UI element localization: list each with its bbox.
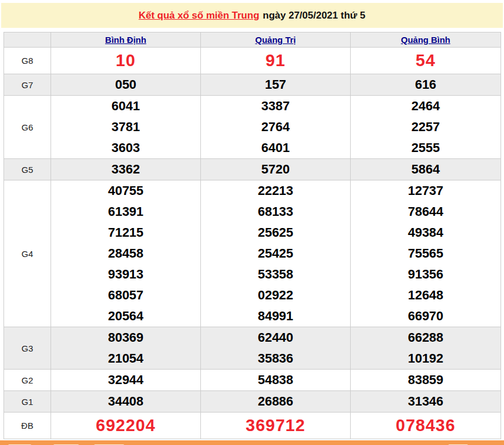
prize-label: ĐB [4, 413, 51, 439]
prize-cell: 32944 [51, 370, 201, 391]
prize-number: 66288 [351, 327, 501, 348]
prize-cell: 338727646401 [201, 96, 351, 159]
prize-number: 49384 [351, 222, 501, 243]
prize-number: 25625 [201, 222, 350, 243]
table-row: G440755613917121528458939136805720564222… [4, 180, 501, 327]
prize-number: 12648 [351, 285, 501, 306]
prize-number: 28458 [51, 243, 200, 264]
prize-number: 71215 [51, 222, 200, 243]
prize-label: G5 [4, 159, 51, 180]
prize-number: 2555 [351, 138, 501, 158]
prize-number: 12737 [351, 180, 501, 201]
prize-cell: 3362 [51, 159, 201, 180]
prize-cell: 26886 [201, 391, 351, 413]
title-link[interactable]: Kết quả xổ số miền Trung [139, 10, 260, 21]
prize-number: 5720 [201, 159, 350, 180]
prize-cell: 54 [351, 48, 501, 74]
province-link-binh-dinh[interactable]: Bình Định [105, 35, 146, 45]
prize-number: 3603 [51, 138, 200, 158]
prize-cell: 91 [201, 48, 351, 74]
prize-number: 692204 [51, 413, 200, 439]
prize-number: 83859 [351, 370, 501, 390]
title-date: ngày 27/05/2021 thứ 5 [263, 10, 366, 21]
prize-number: 050 [51, 74, 200, 95]
province-link-quang-tri[interactable]: Quảng Trị [255, 35, 296, 45]
prize-label: G2 [4, 370, 51, 391]
prize-label: G6 [4, 96, 51, 159]
table-row: G2329445483883859 [4, 370, 501, 391]
prize-label: G8 [4, 48, 51, 74]
prize-number: 6401 [201, 138, 350, 158]
prize-number: 91356 [351, 264, 501, 285]
prize-cell: 692204 [51, 413, 201, 439]
prize-number: 25425 [201, 243, 350, 264]
prize-cell: 5864 [351, 159, 501, 180]
prize-label: G4 [4, 180, 51, 327]
prize-label: G3 [4, 327, 51, 370]
prize-number: 3387 [201, 96, 350, 117]
prize-cell: 31346 [351, 391, 501, 413]
prize-number: 6041 [51, 96, 200, 117]
prize-number: 2764 [201, 117, 350, 138]
prize-number: 157 [201, 74, 350, 95]
prize-number: 616 [351, 74, 501, 95]
prize-number: 66970 [351, 306, 501, 327]
prize-number: 84991 [201, 306, 350, 327]
page: Kết quả xổ số miền Trung ngày 27/05/2021… [0, 3, 504, 445]
prize-cell: 6628810192 [351, 327, 501, 370]
footer-bar [0, 440, 504, 445]
table-row: G1344082688631346 [4, 391, 501, 413]
prize-cell: 12737786444938475565913561264866970 [351, 180, 501, 327]
corner-cell [4, 32, 51, 48]
table-header-row: Bình Định Quảng Trị Quảng Bình [4, 32, 501, 48]
prize-label: G7 [4, 74, 51, 96]
prize-number: 35836 [201, 348, 350, 369]
prize-cell: 40755613917121528458939136805720564 [51, 180, 201, 327]
prize-cell: 54838 [201, 370, 351, 391]
prize-number: 40755 [51, 180, 200, 201]
prize-number: 26886 [201, 391, 350, 412]
province-link-quang-binh[interactable]: Quảng Bình [401, 35, 451, 45]
prize-number: 2257 [351, 117, 501, 138]
table-row: G6604137813603338727646401246422572555 [4, 96, 501, 159]
prize-number: 62440 [201, 327, 350, 348]
province-header: Quảng Bình [351, 32, 501, 48]
prize-number: 20564 [51, 306, 200, 327]
prize-number: 10192 [351, 348, 501, 369]
prize-number: 02922 [201, 285, 350, 306]
table-row: G5336257205864 [4, 159, 501, 180]
prize-cell: 157 [201, 74, 351, 96]
prize-number: 22213 [201, 180, 350, 201]
table-row: ĐB692204369712078436 [4, 413, 501, 439]
prize-cell: 050 [51, 74, 201, 96]
prize-cell: 369712 [201, 413, 351, 439]
prize-number: 32944 [51, 370, 200, 390]
prize-number: 75565 [351, 243, 501, 264]
prize-cell: 34408 [51, 391, 201, 413]
prize-number: 78644 [351, 201, 501, 222]
prize-cell: 5720 [201, 159, 351, 180]
province-header: Quảng Trị [201, 32, 351, 48]
table-row: G3803692105462440358366628810192 [4, 327, 501, 370]
prize-number: 3781 [51, 117, 200, 138]
prize-number: 54 [351, 48, 501, 74]
prize-number: 80369 [51, 327, 200, 348]
prize-number: 2464 [351, 96, 501, 117]
prize-number: 21054 [51, 348, 200, 369]
prize-cell: 604137813603 [51, 96, 201, 159]
prize-number: 10 [51, 48, 200, 74]
prize-number: 68133 [201, 201, 350, 222]
results-table: Bình Định Quảng Trị Quảng Bình G8109154G… [3, 32, 501, 439]
table-row: G7050157616 [4, 74, 501, 96]
prize-number: 078436 [351, 413, 501, 439]
prize-number: 61391 [51, 201, 200, 222]
prize-cell: 22213681332562525425533580292284991 [201, 180, 351, 327]
prize-number: 31346 [351, 391, 501, 412]
province-header: Bình Định [51, 32, 201, 48]
table-row: G8109154 [4, 48, 501, 74]
prize-number: 3362 [51, 159, 200, 180]
prize-number: 5864 [351, 159, 501, 180]
prize-number: 68057 [51, 285, 200, 306]
prize-number: 53358 [201, 264, 350, 285]
prize-label: G1 [4, 391, 51, 413]
